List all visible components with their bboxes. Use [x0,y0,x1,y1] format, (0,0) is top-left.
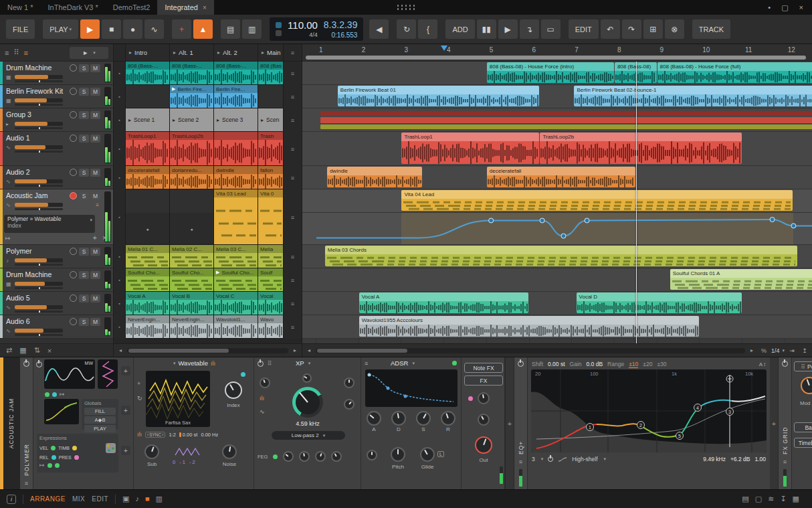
clip-slot[interactable]: dorianredu... [170,166,214,189]
pan-control[interactable] [15,287,63,289]
arranger-lane[interactable]: Vita 04 Lead [302,189,812,213]
master-meter-button[interactable]: ▮▮ [477,19,496,39]
automation-stop-slot[interactable]: ● [126,213,169,245]
clip-slot[interactable]: Berlin Fire... [214,85,258,108]
eq-auto-gain-icon[interactable]: A↕ [759,361,766,367]
inspector-panel-icon[interactable]: ▢ [755,495,762,503]
band-gain-value[interactable]: +6.2 dB [730,456,750,462]
automation-point[interactable] [770,218,775,222]
feg-attack-knob[interactable] [283,451,294,462]
record-arm-button[interactable] [70,271,77,278]
window-settings-icon[interactable]: • [768,3,771,11]
fill-button[interactable]: FILL [84,408,116,415]
volume-fader[interactable] [15,145,63,149]
arranger-clip[interactable]: Mella 03 Chords [325,246,797,266]
solo-button[interactable]: S [79,111,89,119]
filter-env-amount-knob[interactable] [344,399,354,410]
cutoff-value[interactable]: 4.59 kHz [289,420,326,427]
track-header-row[interactable]: Acoustic Jam∿SM≡Polymer » WavetableIndex… [0,189,113,245]
automation-point[interactable] [585,218,589,223]
clip-slot[interactable]: NeverEngin... [126,315,170,339]
retrigger-icon[interactable]: ↻ [137,395,142,402]
gain-value[interactable]: 0.0 dB [587,361,603,367]
record-arm-button[interactable] [70,111,77,118]
record-arm-button[interactable] [70,169,77,176]
arranger-clip[interactable]: 808 (Bass-08) - House Force (full) [657,62,812,83]
fx-tab[interactable]: FX [464,375,503,386]
launcher-row-options[interactable]: ≡ [284,189,302,245]
mute-button[interactable]: M [90,169,100,177]
automation-stop-slot[interactable]: ● [170,213,213,245]
launcher-row-options[interactable]: ≡ [284,268,302,292]
arranger-lane[interactable]: Wavoloid1955 Acccolours [302,315,812,339]
device-menu-icon[interactable]: ≡ [783,458,787,465]
filter-power-icon[interactable] [258,361,264,367]
add-modulator-button[interactable]: + [121,406,130,415]
sub-octave-selector[interactable]: 0 -1 -2 [173,459,197,465]
info-button[interactable]: i [7,495,16,504]
fx-mix-knob[interactable] [478,414,490,426]
arranger-clip[interactable]: Vocal A [359,292,529,313]
release-knob[interactable] [441,411,455,426]
project-tab-3[interactable]: DemoTest2 [106,0,158,15]
arranger-clip[interactable]: Soulful Chords 01 A [670,269,812,290]
oscillator-header[interactable]: ▾ Wavetable ılı [134,359,253,367]
window-maximize-icon[interactable]: ▢ [781,3,788,12]
record-button[interactable]: ● [123,19,142,39]
range-10-option[interactable]: ±10 [629,361,638,368]
clip-stop-button[interactable]: ▪ [114,245,126,268]
index-knob[interactable] [225,382,242,399]
project-tab-1[interactable]: New 1 * [0,0,41,15]
edit-view-button[interactable]: EDIT [92,495,108,503]
clip-stop-button[interactable]: ▪ [114,166,126,189]
duplicate-button[interactable]: ⊞ [643,19,663,39]
timb-expression[interactable]: TIMB [58,446,70,450]
arranger-lane[interactable]: 808 (Bass-08) - House Force (intro)808 (… [302,62,812,85]
clip-stop-button[interactable]: ▪ [114,62,126,85]
scroll-left-button[interactable]: ◂ [116,347,125,353]
track-header-row[interactable]: Audio 5∿SM [0,292,113,315]
file-button[interactable]: FILE [6,19,35,39]
stop-button[interactable]: ■ [102,19,121,39]
clip-slot[interactable]: Wavo [258,315,284,339]
clip-slot[interactable]: fallon [258,166,284,189]
arranger-scroll-thumb[interactable] [317,349,407,353]
add-mapping-button[interactable]: + [93,234,97,242]
launcher-row-options[interactable]: ≡ [284,85,302,108]
clip-slot[interactable]: Vocal C [214,292,258,315]
clip-slot[interactable]: Vocal B [170,292,214,315]
track-header-row[interactable]: Drum Machine▦SM [0,62,113,85]
browser-panel-icon[interactable]: ▤ [742,495,748,503]
track-header-row[interactable]: Audio 6∿SM [0,315,113,339]
vel-expression[interactable]: VEL [39,446,48,450]
track-header-row[interactable]: Polymer♪SM [0,245,113,268]
device-power-icon[interactable] [782,361,788,367]
record-arm-button[interactable] [70,192,77,199]
scene-header-cell[interactable]: ▸Main [258,44,284,61]
jump-button[interactable]: ↴ [520,19,539,39]
solo-button[interactable]: S [79,192,89,200]
clip-slot[interactable] [214,132,258,166]
mute-button[interactable]: M [90,88,100,96]
volume-fader[interactable] [15,282,63,286]
solo-button[interactable]: S [79,135,89,143]
clip-slot[interactable]: 808 (Bass-... [126,62,170,85]
mute-button[interactable]: M [90,64,100,72]
record-arm-button[interactable] [70,318,77,325]
grid-resolution-control[interactable]: 1/4 ▾ [771,347,785,354]
play-menu-button[interactable]: PLAY▾ [43,19,78,39]
clip-slot[interactable]: ● [170,189,214,245]
feg-sustain-knob[interactable] [315,451,326,462]
fx-mod-dot[interactable] [468,396,473,401]
pan-control[interactable] [15,208,63,210]
pan-control[interactable] [15,264,63,266]
edit-button[interactable]: EDIT [569,19,599,39]
eq-band-handle-2[interactable]: 2 [637,421,645,429]
cutoff-knob[interactable] [292,387,323,418]
range-30-option[interactable]: ±30 [657,361,666,367]
arranger-clip[interactable]: deceleratefall [487,167,635,187]
mute-button[interactable]: M [90,271,100,279]
glide-legato-badge[interactable]: L [437,451,444,457]
launcher-row-options[interactable]: ≡ [284,292,302,315]
clip-slot[interactable]: Vocal A [126,292,170,315]
